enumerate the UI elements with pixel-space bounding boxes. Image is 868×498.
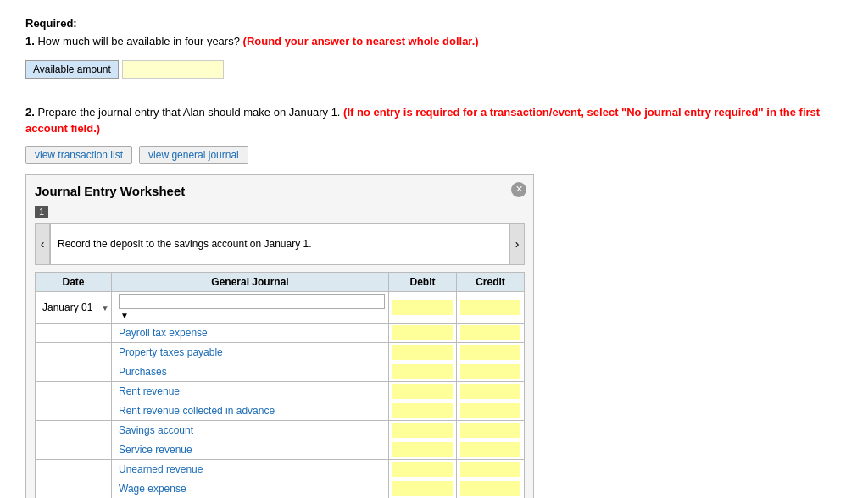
table-cell-debit-1[interactable] xyxy=(389,323,457,342)
table-cell-account-7[interactable]: Service revenue xyxy=(112,440,389,459)
account-dropdown-input[interactable] xyxy=(119,294,385,309)
table-cell-date-0: ▼ xyxy=(36,291,112,323)
debit-input-4[interactable] xyxy=(392,384,453,399)
table-cell-account-9[interactable]: Wage expense xyxy=(112,479,389,498)
table-cell-credit-4[interactable] xyxy=(457,381,525,401)
table-cell-debit-3[interactable] xyxy=(389,362,457,381)
credit-input-0[interactable] xyxy=(460,300,520,315)
table-cell-debit-6[interactable] xyxy=(389,420,457,440)
credit-input-2[interactable] xyxy=(460,345,520,360)
col-header-date: Date xyxy=(36,272,112,291)
available-amount-label: Available amount xyxy=(25,60,119,79)
available-amount-row: Available amount xyxy=(25,60,843,79)
debit-input-0[interactable] xyxy=(392,300,453,315)
debit-input-8[interactable] xyxy=(392,462,453,477)
entry-description: Record the deposit to the savings accoun… xyxy=(50,223,509,265)
table-cell-date-1 xyxy=(36,323,112,342)
account-link-7[interactable]: Service revenue xyxy=(119,444,192,456)
account-link-1[interactable]: Payroll tax expense xyxy=(119,327,208,339)
table-cell-credit-1[interactable] xyxy=(457,323,525,342)
prev-entry-button[interactable]: ‹ xyxy=(35,223,50,265)
table-cell-date-4 xyxy=(36,381,112,401)
table-cell-account-1[interactable]: Payroll tax expense xyxy=(112,323,389,342)
credit-input-7[interactable] xyxy=(460,442,520,457)
close-button[interactable]: ✕ xyxy=(511,182,526,197)
table-cell-account-4[interactable]: Rent revenue xyxy=(112,381,389,401)
table-cell-date-6 xyxy=(36,420,112,440)
question2-text: 2. Prepare the journal entry that Alan s… xyxy=(25,104,843,137)
view-transaction-list-button[interactable]: view transaction list xyxy=(25,146,132,164)
credit-input-8[interactable] xyxy=(460,462,520,477)
account-link-9[interactable]: Wage expense xyxy=(119,483,186,495)
question2-body: Prepare the journal entry that Alan shou… xyxy=(37,106,340,119)
table-cell-account-0: ▼ xyxy=(112,291,389,323)
account-link-4[interactable]: Rent revenue xyxy=(119,385,180,397)
table-cell-date-5 xyxy=(36,401,112,420)
credit-input-3[interactable] xyxy=(460,364,520,379)
table-cell-credit-6[interactable] xyxy=(457,420,525,440)
table-cell-debit-2[interactable] xyxy=(389,342,457,362)
question1-round: (Round your answer to nearest whole doll… xyxy=(243,35,479,47)
credit-input-6[interactable] xyxy=(460,423,520,438)
entry-counter: 1 xyxy=(35,206,48,218)
table-cell-credit-0[interactable] xyxy=(457,291,525,323)
table-cell-credit-8[interactable] xyxy=(457,459,525,479)
credit-input-4[interactable] xyxy=(460,384,520,399)
journal-table: Date General Journal Debit Credit ▼▼Payr… xyxy=(35,272,525,499)
table-cell-debit-8[interactable] xyxy=(389,459,457,479)
table-cell-credit-2[interactable] xyxy=(457,342,525,362)
journal-entry-worksheet: ✕ Journal Entry Worksheet 1 ‹ Record the… xyxy=(25,174,534,499)
credit-input-9[interactable] xyxy=(460,481,520,496)
credit-input-1[interactable] xyxy=(460,325,520,340)
table-cell-debit-5[interactable] xyxy=(389,401,457,420)
button-row: view transaction list view general journ… xyxy=(25,146,843,164)
table-cell-account-3[interactable]: Purchases xyxy=(112,362,389,381)
debit-input-9[interactable] xyxy=(392,481,453,496)
table-cell-date-3 xyxy=(36,362,112,381)
table-cell-date-2 xyxy=(36,342,112,362)
table-cell-account-5[interactable]: Rent revenue collected in advance xyxy=(112,401,389,420)
account-link-3[interactable]: Purchases xyxy=(119,366,167,378)
next-entry-button[interactable]: › xyxy=(509,223,525,265)
col-header-credit: Credit xyxy=(457,272,525,291)
date-input[interactable] xyxy=(39,300,108,315)
account-link-2[interactable]: Property taxes payable xyxy=(119,346,223,358)
required-label: Required: xyxy=(25,17,843,30)
col-header-general-journal: General Journal xyxy=(112,272,389,291)
table-cell-credit-7[interactable] xyxy=(457,440,525,459)
description-row: ‹ Record the deposit to the savings acco… xyxy=(35,223,525,265)
table-cell-credit-5[interactable] xyxy=(457,401,525,420)
debit-input-5[interactable] xyxy=(392,403,453,418)
table-cell-credit-9[interactable] xyxy=(457,479,525,498)
question1-main: How much will be available in four years… xyxy=(37,35,239,47)
question2-number: 2. xyxy=(25,106,35,119)
table-cell-account-6[interactable]: Savings account xyxy=(112,420,389,440)
table-cell-date-9 xyxy=(36,479,112,498)
table-cell-date-7 xyxy=(36,440,112,459)
account-dropdown-arrow: ▼ xyxy=(120,311,129,320)
table-cell-account-2[interactable]: Property taxes payable xyxy=(112,342,389,362)
table-cell-account-8[interactable]: Unearned revenue xyxy=(112,459,389,479)
debit-input-1[interactable] xyxy=(392,325,453,340)
table-cell-credit-3[interactable] xyxy=(457,362,525,381)
table-cell-debit-7[interactable] xyxy=(389,440,457,459)
available-amount-input[interactable] xyxy=(122,60,224,79)
worksheet-title: Journal Entry Worksheet xyxy=(35,184,525,198)
view-general-journal-button[interactable]: view general journal xyxy=(139,146,248,164)
table-cell-debit-4[interactable] xyxy=(389,381,457,401)
table-cell-date-8 xyxy=(36,459,112,479)
account-link-6[interactable]: Savings account xyxy=(119,424,193,436)
debit-input-6[interactable] xyxy=(392,423,453,438)
question1-number: 1. xyxy=(25,35,35,47)
col-header-debit: Debit xyxy=(389,272,457,291)
debit-input-2[interactable] xyxy=(392,345,453,360)
debit-input-7[interactable] xyxy=(392,442,453,457)
question1-text: 1. How much will be available in four ye… xyxy=(25,33,843,50)
account-link-5[interactable]: Rent revenue collected in advance xyxy=(119,405,275,417)
table-cell-debit-9[interactable] xyxy=(389,479,457,498)
table-cell-debit-0[interactable] xyxy=(389,291,457,323)
credit-input-5[interactable] xyxy=(460,403,520,418)
account-link-8[interactable]: Unearned revenue xyxy=(119,463,203,475)
debit-input-3[interactable] xyxy=(392,364,453,379)
